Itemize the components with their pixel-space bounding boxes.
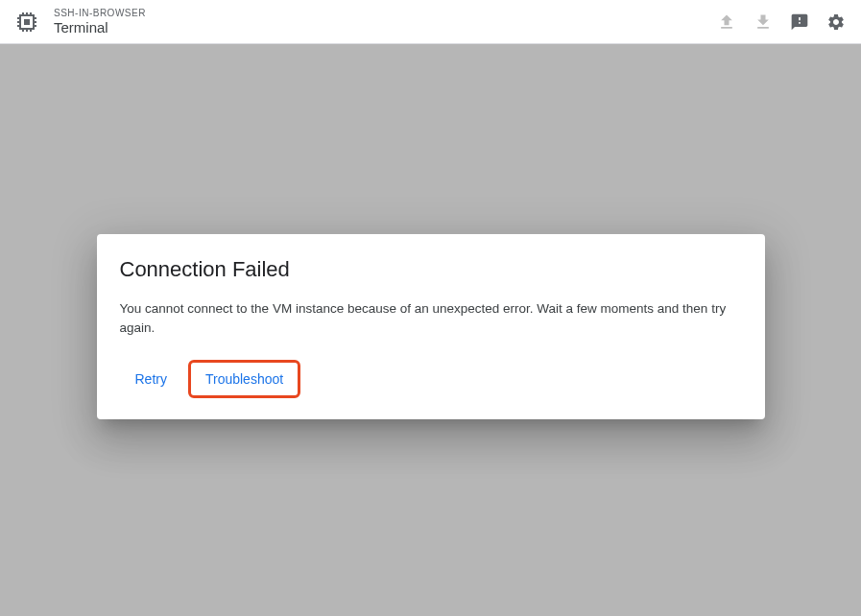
- dialog-actions: Retry Troubleshoot: [120, 362, 742, 396]
- gear-icon[interactable]: [826, 12, 846, 32]
- svg-rect-13: [34, 25, 36, 27]
- modal-overlay: Connection Failed You cannot connect to …: [0, 44, 861, 616]
- svg-rect-8: [17, 17, 20, 19]
- svg-rect-9: [17, 21, 20, 23]
- retry-button[interactable]: Retry: [120, 362, 182, 396]
- svg-rect-2: [22, 12, 24, 15]
- header-left: SSH-IN-BROWSER Terminal: [15, 8, 146, 36]
- connection-failed-dialog: Connection Failed You cannot connect to …: [97, 234, 765, 419]
- troubleshoot-button[interactable]: Troubleshoot: [190, 362, 299, 396]
- svg-rect-7: [30, 29, 32, 32]
- header-subtitle: SSH-IN-BROWSER: [54, 8, 146, 19]
- header-title: Terminal: [54, 19, 146, 36]
- chip-icon: [15, 11, 38, 34]
- svg-rect-1: [24, 19, 30, 25]
- header-toolbar: [717, 12, 846, 32]
- header-titles: SSH-IN-BROWSER Terminal: [54, 8, 146, 36]
- svg-rect-6: [26, 29, 28, 32]
- svg-rect-12: [34, 21, 36, 23]
- feedback-icon[interactable]: [790, 12, 809, 32]
- upload-icon[interactable]: [717, 12, 736, 32]
- svg-rect-5: [22, 29, 24, 32]
- app-header: SSH-IN-BROWSER Terminal: [0, 0, 861, 44]
- svg-rect-10: [17, 25, 20, 27]
- dialog-title: Connection Failed: [120, 257, 742, 282]
- dialog-message: You cannot connect to the VM instance be…: [120, 299, 742, 339]
- svg-rect-11: [34, 17, 36, 19]
- svg-rect-4: [30, 12, 32, 15]
- svg-rect-3: [26, 12, 28, 15]
- download-icon[interactable]: [753, 12, 773, 32]
